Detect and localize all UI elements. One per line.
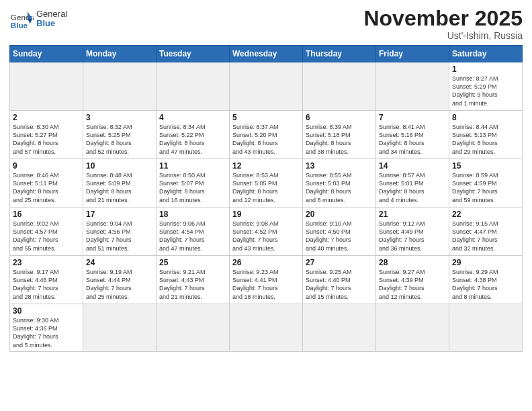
calendar-subtitle: Ust'-Ishim, Russia xyxy=(363,30,523,41)
title-block: November 2025 Ust'-Ishim, Russia xyxy=(363,7,523,41)
day-info: Sunrise: 8:46 AM Sunset: 5:11 PM Dayligh… xyxy=(13,171,80,204)
day-info: Sunrise: 8:41 AM Sunset: 5:16 PM Dayligh… xyxy=(379,123,446,156)
calendar-cell xyxy=(83,304,157,352)
day-number: 12 xyxy=(232,161,300,171)
day-number: 5 xyxy=(232,113,300,122)
day-info: Sunrise: 9:30 AM Sunset: 4:36 PM Dayligh… xyxy=(13,316,80,349)
day-info: Sunrise: 8:59 AM Sunset: 4:59 PM Dayligh… xyxy=(452,171,519,204)
calendar-cell: 26Sunrise: 9:23 AM Sunset: 4:41 PM Dayli… xyxy=(230,256,303,304)
day-number: 22 xyxy=(452,210,519,219)
weekday-header-friday: Friday xyxy=(376,46,449,62)
calendar-cell: 1Sunrise: 8:27 AM Sunset: 5:29 PM Daylig… xyxy=(449,62,523,111)
day-number: 18 xyxy=(159,210,226,219)
day-info: Sunrise: 8:37 AM Sunset: 5:20 PM Dayligh… xyxy=(232,123,300,156)
logo-blue-text: Blue xyxy=(36,19,67,28)
calendar-cell: 22Sunrise: 9:15 AM Sunset: 4:47 PM Dayli… xyxy=(449,208,523,256)
calendar-cell xyxy=(157,62,230,111)
day-number: 8 xyxy=(452,113,519,122)
calendar-cell xyxy=(303,62,376,111)
page: General Blue General Blue November 2025 … xyxy=(0,0,532,411)
day-number: 24 xyxy=(86,258,153,267)
calendar-cell: 15Sunrise: 8:59 AM Sunset: 4:59 PM Dayli… xyxy=(449,159,523,208)
weekday-header-saturday: Saturday xyxy=(449,46,523,62)
day-info: Sunrise: 9:10 AM Sunset: 4:50 PM Dayligh… xyxy=(306,220,373,253)
calendar-table: SundayMondayTuesdayWednesdayThursdayFrid… xyxy=(9,45,523,352)
day-info: Sunrise: 9:25 AM Sunset: 4:40 PM Dayligh… xyxy=(306,268,373,301)
day-info: Sunrise: 8:55 AM Sunset: 5:03 PM Dayligh… xyxy=(306,171,373,204)
calendar-cell xyxy=(230,304,303,352)
day-info: Sunrise: 8:57 AM Sunset: 5:01 PM Dayligh… xyxy=(379,171,446,204)
calendar-cell: 4Sunrise: 8:34 AM Sunset: 5:22 PM Daylig… xyxy=(157,111,230,159)
day-number: 17 xyxy=(86,210,153,219)
day-info: Sunrise: 8:34 AM Sunset: 5:22 PM Dayligh… xyxy=(159,123,226,156)
calendar-week-4: 16Sunrise: 9:02 AM Sunset: 4:57 PM Dayli… xyxy=(10,208,523,256)
day-info: Sunrise: 8:48 AM Sunset: 5:09 PM Dayligh… xyxy=(86,171,153,204)
calendar-week-1: 1Sunrise: 8:27 AM Sunset: 5:29 PM Daylig… xyxy=(10,62,523,111)
calendar-cell: 11Sunrise: 8:50 AM Sunset: 5:07 PM Dayli… xyxy=(157,159,230,208)
calendar-cell: 18Sunrise: 9:06 AM Sunset: 4:54 PM Dayli… xyxy=(157,208,230,256)
day-number: 6 xyxy=(306,113,373,122)
day-info: Sunrise: 8:30 AM Sunset: 5:27 PM Dayligh… xyxy=(13,123,80,156)
day-info: Sunrise: 9:08 AM Sunset: 4:52 PM Dayligh… xyxy=(232,220,300,253)
calendar-cell xyxy=(376,62,449,111)
calendar-cell: 23Sunrise: 9:17 AM Sunset: 4:46 PM Dayli… xyxy=(10,256,83,304)
day-number: 30 xyxy=(13,306,80,316)
day-info: Sunrise: 9:19 AM Sunset: 4:44 PM Dayligh… xyxy=(86,268,153,301)
calendar-cell: 7Sunrise: 8:41 AM Sunset: 5:16 PM Daylig… xyxy=(376,111,449,159)
calendar-cell xyxy=(10,62,83,111)
calendar-cell xyxy=(83,62,157,111)
calendar-cell: 5Sunrise: 8:37 AM Sunset: 5:20 PM Daylig… xyxy=(230,111,303,159)
day-info: Sunrise: 9:04 AM Sunset: 4:56 PM Dayligh… xyxy=(86,220,153,253)
day-number: 23 xyxy=(13,258,80,267)
day-number: 25 xyxy=(159,258,226,267)
weekday-header-row: SundayMondayTuesdayWednesdayThursdayFrid… xyxy=(10,46,523,62)
calendar-cell: 3Sunrise: 8:32 AM Sunset: 5:25 PM Daylig… xyxy=(83,111,157,159)
day-info: Sunrise: 8:44 AM Sunset: 5:13 PM Dayligh… xyxy=(452,123,519,156)
day-number: 2 xyxy=(13,113,80,122)
calendar-week-2: 2Sunrise: 8:30 AM Sunset: 5:27 PM Daylig… xyxy=(10,111,523,159)
day-number: 19 xyxy=(232,210,300,219)
day-info: Sunrise: 8:50 AM Sunset: 5:07 PM Dayligh… xyxy=(159,171,226,204)
calendar-title: November 2025 xyxy=(363,7,523,30)
weekday-header-monday: Monday xyxy=(83,46,157,62)
day-info: Sunrise: 9:15 AM Sunset: 4:47 PM Dayligh… xyxy=(452,220,519,253)
day-info: Sunrise: 9:21 AM Sunset: 4:43 PM Dayligh… xyxy=(159,268,226,301)
day-number: 27 xyxy=(306,258,373,267)
day-number: 26 xyxy=(232,258,300,267)
calendar-week-5: 23Sunrise: 9:17 AM Sunset: 4:46 PM Dayli… xyxy=(10,256,523,304)
day-number: 28 xyxy=(379,258,446,267)
calendar-cell: 20Sunrise: 9:10 AM Sunset: 4:50 PM Dayli… xyxy=(303,208,376,256)
calendar-cell: 14Sunrise: 8:57 AM Sunset: 5:01 PM Dayli… xyxy=(376,159,449,208)
weekday-header-thursday: Thursday xyxy=(303,46,376,62)
day-number: 4 xyxy=(159,113,226,122)
logo-icon: General Blue xyxy=(9,7,34,31)
calendar-cell: 28Sunrise: 9:27 AM Sunset: 4:39 PM Dayli… xyxy=(376,256,449,304)
logo-text: General Blue xyxy=(36,9,67,29)
day-info: Sunrise: 9:12 AM Sunset: 4:49 PM Dayligh… xyxy=(379,220,446,253)
calendar-cell: 29Sunrise: 9:29 AM Sunset: 4:38 PM Dayli… xyxy=(449,256,523,304)
calendar-cell: 13Sunrise: 8:55 AM Sunset: 5:03 PM Dayli… xyxy=(303,159,376,208)
calendar-cell: 25Sunrise: 9:21 AM Sunset: 4:43 PM Dayli… xyxy=(157,256,230,304)
day-number: 3 xyxy=(86,113,153,122)
day-info: Sunrise: 8:27 AM Sunset: 5:29 PM Dayligh… xyxy=(452,75,519,107)
svg-text:Blue: Blue xyxy=(11,21,28,30)
calendar-cell: 16Sunrise: 9:02 AM Sunset: 4:57 PM Dayli… xyxy=(10,208,83,256)
calendar-cell: 8Sunrise: 8:44 AM Sunset: 5:13 PM Daylig… xyxy=(449,111,523,159)
day-number: 7 xyxy=(379,113,446,122)
calendar-cell xyxy=(303,304,376,352)
logo-general-text: General xyxy=(36,9,67,19)
day-info: Sunrise: 9:02 AM Sunset: 4:57 PM Dayligh… xyxy=(13,220,80,253)
calendar-cell: 2Sunrise: 8:30 AM Sunset: 5:27 PM Daylig… xyxy=(10,111,83,159)
calendar-cell: 9Sunrise: 8:46 AM Sunset: 5:11 PM Daylig… xyxy=(10,159,83,208)
calendar-week-6: 30Sunrise: 9:30 AM Sunset: 4:36 PM Dayli… xyxy=(10,304,523,352)
weekday-header-wednesday: Wednesday xyxy=(230,46,303,62)
calendar-cell: 30Sunrise: 9:30 AM Sunset: 4:36 PM Dayli… xyxy=(10,304,83,352)
day-info: Sunrise: 9:27 AM Sunset: 4:39 PM Dayligh… xyxy=(379,268,446,301)
day-number: 20 xyxy=(306,210,373,219)
day-number: 11 xyxy=(159,161,226,171)
calendar-cell xyxy=(376,304,449,352)
calendar-cell xyxy=(157,304,230,352)
day-info: Sunrise: 9:29 AM Sunset: 4:38 PM Dayligh… xyxy=(452,268,519,301)
calendar-cell: 21Sunrise: 9:12 AM Sunset: 4:49 PM Dayli… xyxy=(376,208,449,256)
day-number: 13 xyxy=(306,161,373,171)
